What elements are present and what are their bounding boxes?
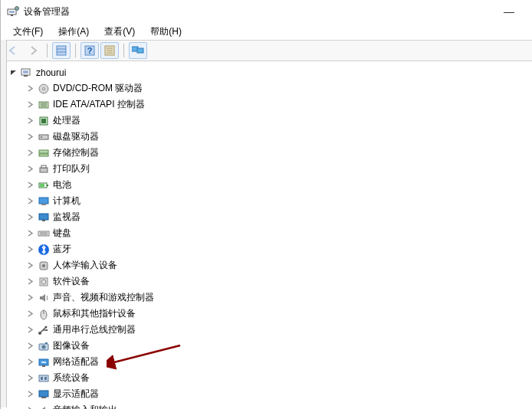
computer-icon [21, 67, 33, 79]
computer-icon [38, 195, 50, 208]
properties-button[interactable] [100, 42, 119, 59]
tree-item[interactable]: 软件设备 [4, 273, 532, 290]
svg-rect-14 [137, 48, 143, 53]
toolbar: ? [1, 40, 532, 61]
menu-bar: 文件(F) 操作(A) 查看(V) 帮助(H) [1, 23, 532, 40]
menu-view[interactable]: 查看(V) [97, 24, 143, 40]
hdd-icon [38, 131, 50, 143]
tree-item-label: 网络适配器 [53, 355, 99, 368]
tree-item[interactable]: 蓝牙 [4, 241, 532, 257]
mouse-icon [38, 308, 50, 320]
chevron-right-icon[interactable] [25, 100, 34, 110]
device-manager-icon [7, 5, 19, 18]
ide-icon [38, 99, 50, 111]
scan-hardware-button[interactable] [129, 42, 147, 59]
chevron-right-icon[interactable] [25, 277, 34, 286]
chevron-right-icon[interactable] [25, 165, 34, 174]
svg-rect-2 [11, 15, 13, 16]
camera-icon [38, 340, 50, 352]
svg-rect-57 [39, 375, 48, 381]
tree-item[interactable]: 打印队列 [4, 161, 532, 177]
arrow-left-icon [8, 45, 18, 56]
svg-rect-33 [47, 185, 48, 186]
minimize-button[interactable]: — [492, 1, 526, 22]
tree-item[interactable]: 鼠标和其他指针设备 [4, 306, 532, 322]
chevron-right-icon[interactable] [25, 149, 34, 158]
battery-icon [38, 179, 50, 191]
svg-rect-37 [39, 214, 48, 220]
tree-item[interactable]: 监视器 [4, 209, 532, 225]
svg-rect-58 [41, 377, 43, 380]
svg-rect-36 [41, 204, 46, 205]
tree-root[interactable]: zhourui [4, 64, 532, 80]
svg-point-27 [41, 136, 42, 138]
tree-item[interactable]: 声音、视频和游戏控制器 [4, 290, 532, 306]
tree-item-label: 系统设备 [53, 371, 90, 384]
show-hidden-button[interactable] [52, 42, 71, 59]
tree-item-label: 打印队列 [53, 162, 90, 175]
tree-item[interactable]: 通用串行总线控制器 [4, 322, 532, 338]
menu-action[interactable]: 操作(A) [51, 24, 97, 40]
svg-rect-4 [57, 46, 66, 55]
chevron-right-icon[interactable] [25, 245, 34, 254]
cpu-icon [38, 115, 50, 127]
tree-item[interactable]: 人体学输入设备 [4, 257, 532, 273]
menu-file[interactable]: 文件(F) [5, 24, 51, 40]
properties-icon [104, 45, 115, 56]
tree-item-label: 磁盘驱动器 [53, 130, 99, 143]
disc-icon [38, 83, 50, 95]
chevron-right-icon[interactable] [25, 309, 34, 319]
svg-point-19 [43, 87, 45, 90]
chevron-right-icon[interactable] [25, 213, 34, 222]
forward-button[interactable] [24, 42, 42, 59]
svg-rect-29 [39, 154, 48, 156]
tree-item[interactable]: 键盘 [4, 225, 532, 241]
toolbar-separator-3 [123, 44, 124, 57]
svg-rect-39 [38, 231, 49, 236]
chevron-right-icon[interactable] [25, 229, 34, 238]
chevron-right-icon[interactable] [25, 326, 34, 335]
tree-item-label: 计算机 [53, 195, 80, 208]
tree-item[interactable]: 系统设备 [4, 370, 532, 386]
svg-rect-31 [41, 165, 46, 168]
tree-item-label: 声音、视频和游戏控制器 [53, 291, 154, 304]
chevron-right-icon[interactable] [25, 116, 34, 126]
svg-rect-30 [40, 168, 48, 172]
chevron-right-icon[interactable] [25, 84, 34, 93]
chevron-right-icon[interactable] [25, 133, 34, 142]
menu-help[interactable]: 帮助(H) [143, 24, 189, 40]
svg-rect-35 [39, 198, 48, 204]
chevron-right-icon[interactable] [25, 358, 34, 367]
tree-item[interactable]: 显示适配器 [4, 386, 532, 402]
usb-icon [38, 324, 50, 336]
tree-item[interactable]: 存储控制器 [4, 145, 532, 161]
tree-item-label: 图像设备 [53, 339, 90, 352]
svg-point-3 [15, 7, 19, 11]
svg-rect-17 [24, 75, 28, 77]
chevron-right-icon[interactable] [25, 293, 34, 303]
chevron-right-icon[interactable] [25, 406, 34, 410]
chevron-down-icon[interactable] [8, 68, 18, 77]
chevron-right-icon[interactable] [25, 374, 34, 383]
tree-item[interactable]: 电池 [4, 177, 532, 193]
chevron-right-icon[interactable] [25, 181, 34, 190]
tree-item[interactable]: 计算机 [4, 193, 532, 209]
tree-item[interactable]: 磁盘驱动器 [4, 129, 532, 145]
tree-item[interactable]: 处理器 [4, 113, 532, 129]
svg-rect-16 [23, 70, 28, 74]
chevron-right-icon[interactable] [25, 197, 34, 206]
svg-rect-28 [39, 150, 48, 153]
help-button[interactable]: ? [80, 42, 99, 59]
chevron-right-icon[interactable] [25, 390, 34, 399]
svg-rect-51 [46, 329, 48, 331]
tree-item[interactable]: 网络适配器 [4, 354, 532, 370]
tree-item[interactable]: 图像设备 [4, 338, 532, 354]
keyboard-icon [38, 227, 50, 240]
tree-item[interactable]: IDE ATA/ATAPI 控制器 [4, 97, 532, 113]
chevron-right-icon[interactable] [25, 342, 34, 351]
system-icon [38, 372, 50, 384]
tree-item[interactable]: DVD/CD-ROM 驱动器 [4, 80, 532, 97]
chevron-right-icon[interactable] [25, 261, 34, 270]
hid-icon [38, 260, 50, 272]
tree-item[interactable]: 音频输入和输出 [4, 402, 532, 409]
